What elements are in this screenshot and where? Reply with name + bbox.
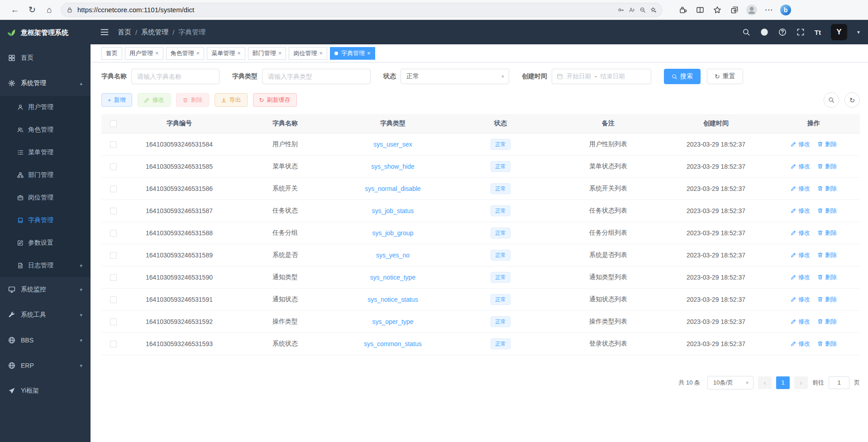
dict-type-link[interactable]: sys_user_sex xyxy=(373,141,412,148)
read-aloud-icon[interactable] xyxy=(629,7,635,13)
dict-type-link[interactable]: sys_job_status xyxy=(372,207,414,214)
row-checkbox[interactable] xyxy=(110,208,117,214)
dict-name-input[interactable] xyxy=(131,69,219,84)
page-number-button[interactable]: 1 xyxy=(776,376,790,389)
row-delete-button[interactable]: 删除 xyxy=(817,140,837,148)
menu-item-role-management[interactable]: 角色管理 xyxy=(0,119,91,141)
browser-refresh-button[interactable]: ↻ xyxy=(24,2,41,18)
breadcrumb-item-system[interactable]: 系统管理 xyxy=(141,28,168,37)
row-edit-button[interactable]: 修改 xyxy=(791,318,810,326)
menu-item-log-management[interactable]: 日志管理 ▾ xyxy=(0,254,91,277)
row-edit-button[interactable]: 修改 xyxy=(791,229,810,237)
tab-dict-management[interactable]: 字典管理× xyxy=(330,47,375,60)
dict-type-link[interactable]: sys_oper_type xyxy=(372,318,413,325)
help-button[interactable] xyxy=(778,28,787,36)
menu-item-yi-framework[interactable]: Yi框架 xyxy=(0,378,91,404)
site-info-lock-icon[interactable] xyxy=(67,7,73,13)
password-key-icon[interactable] xyxy=(618,7,624,13)
app-logo[interactable]: 意框架管理系统 xyxy=(0,20,91,45)
zoom-out-icon[interactable] xyxy=(639,7,646,13)
dict-type-link[interactable]: sys_yes_no xyxy=(376,252,410,259)
menu-item-system-monitor[interactable]: 系统监控 ▾ xyxy=(0,277,91,302)
close-icon[interactable]: × xyxy=(237,50,241,57)
row-checkbox[interactable] xyxy=(110,274,117,281)
row-edit-button[interactable]: 修改 xyxy=(791,273,810,281)
user-avatar[interactable]: Y xyxy=(831,24,847,40)
menu-item-erp[interactable]: ERP ▾ xyxy=(0,353,91,378)
row-checkbox[interactable] xyxy=(110,341,117,347)
sidebar-toggle-button[interactable] xyxy=(97,24,112,40)
row-delete-button[interactable]: 删除 xyxy=(817,207,837,215)
row-delete-button[interactable]: 删除 xyxy=(817,185,837,193)
github-button[interactable] xyxy=(760,28,768,36)
toggle-search-button[interactable] xyxy=(824,92,839,108)
split-screen-button[interactable] xyxy=(692,2,709,18)
row-checkbox[interactable] xyxy=(110,185,117,192)
settings-more-button[interactable]: ⋯ xyxy=(760,2,777,18)
close-icon[interactable]: × xyxy=(278,50,282,57)
row-edit-button[interactable]: 修改 xyxy=(791,295,810,304)
refresh-cache-button[interactable]: ↻ 刷新缓存 xyxy=(253,93,297,107)
row-edit-button[interactable]: 修改 xyxy=(791,251,810,259)
row-edit-button[interactable]: 修改 xyxy=(791,162,810,171)
row-delete-button[interactable]: 删除 xyxy=(817,162,837,171)
row-delete-button[interactable]: 删除 xyxy=(817,273,837,281)
row-delete-button[interactable]: 删除 xyxy=(817,229,837,237)
font-size-button[interactable]: Tt xyxy=(815,29,821,36)
row-delete-button[interactable]: 删除 xyxy=(817,340,837,348)
tab-menu-management[interactable]: 菜单管理× xyxy=(207,47,245,60)
row-delete-button[interactable]: 删除 xyxy=(817,318,837,326)
dict-type-link[interactable]: sys_common_status xyxy=(364,340,422,347)
collections-button[interactable] xyxy=(726,2,743,18)
browser-back-button[interactable]: ← xyxy=(6,2,24,18)
search-button[interactable]: 搜索 xyxy=(664,69,701,84)
menu-item-bbs[interactable]: BBS ▾ xyxy=(0,328,91,353)
row-delete-button[interactable]: 删除 xyxy=(817,251,837,259)
menu-item-home[interactable]: 首页 xyxy=(0,45,91,71)
close-icon[interactable]: × xyxy=(319,50,323,57)
row-delete-button[interactable]: 删除 xyxy=(817,295,837,304)
row-edit-button[interactable]: 修改 xyxy=(791,140,810,148)
close-icon[interactable]: × xyxy=(155,50,159,57)
row-edit-button[interactable]: 修改 xyxy=(791,185,810,193)
row-checkbox[interactable] xyxy=(110,252,117,259)
dict-type-input[interactable] xyxy=(262,69,371,84)
tab-role-management[interactable]: 角色管理× xyxy=(166,47,205,60)
address-bar[interactable]: https://ccnetcore.com:1101/system/dict xyxy=(61,3,663,17)
menu-item-system-management[interactable]: 系统管理 ▴ xyxy=(0,71,91,96)
tab-home[interactable]: 首页 xyxy=(101,47,122,60)
dict-type-link[interactable]: sys_job_group xyxy=(372,229,413,237)
fullscreen-button[interactable] xyxy=(796,28,805,36)
menu-item-user-management[interactable]: 用户管理 xyxy=(0,96,91,119)
tab-dept-management[interactable]: 部门管理× xyxy=(248,47,286,60)
close-icon[interactable]: × xyxy=(367,50,371,57)
dict-type-link[interactable]: sys_show_hide xyxy=(371,163,415,170)
dict-type-link[interactable]: sys_notice_type xyxy=(370,274,415,281)
user-menu-caret-icon[interactable]: ▾ xyxy=(857,29,860,35)
add-favorite-icon[interactable] xyxy=(650,7,657,13)
header-search-button[interactable] xyxy=(742,28,750,36)
row-checkbox[interactable] xyxy=(110,296,117,303)
select-all-checkbox[interactable] xyxy=(110,120,117,127)
profile-avatar[interactable] xyxy=(743,2,760,18)
row-checkbox[interactable] xyxy=(110,230,117,237)
status-select[interactable]: 正常 ▾ xyxy=(401,69,509,84)
date-range-picker[interactable]: 开始日期 - 结束日期 xyxy=(552,69,651,84)
menu-item-dict-management[interactable]: 字典管理 xyxy=(0,209,91,232)
row-checkbox[interactable] xyxy=(110,141,117,148)
reset-button[interactable]: ↻ 重置 xyxy=(707,69,743,84)
delete-button[interactable]: 删除 xyxy=(176,93,209,107)
row-edit-button[interactable]: 修改 xyxy=(791,340,810,348)
edit-button[interactable]: 修改 xyxy=(138,93,171,107)
tab-user-management[interactable]: 用户管理× xyxy=(125,47,163,60)
row-checkbox[interactable] xyxy=(110,318,117,325)
close-icon[interactable]: × xyxy=(196,50,200,57)
page-size-select[interactable]: 10条/页 ▾ xyxy=(707,376,754,390)
menu-item-config-settings[interactable]: 参数设置 xyxy=(0,232,91,254)
bing-icon[interactable]: b xyxy=(780,5,791,15)
extensions-button[interactable] xyxy=(674,2,692,18)
prev-page-button[interactable]: ‹ xyxy=(758,376,772,389)
menu-item-post-management[interactable]: 岗位管理 xyxy=(0,186,91,209)
browser-home-button[interactable]: ⌂ xyxy=(41,2,58,18)
tab-post-management[interactable]: 岗位管理× xyxy=(289,47,327,60)
